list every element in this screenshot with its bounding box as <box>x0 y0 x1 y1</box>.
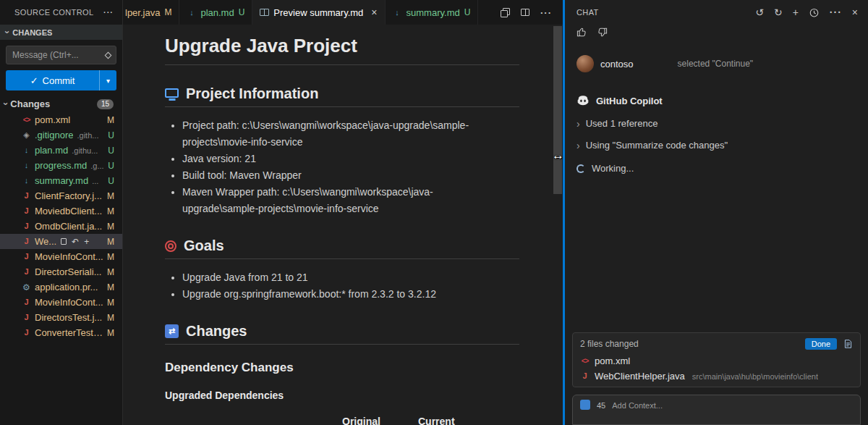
status-badge: M <box>107 313 114 323</box>
undo-icon[interactable]: ↺ <box>755 7 764 17</box>
table-col-original: Original <box>342 416 418 425</box>
goals-list: Upgrade Java from 21 to 21 Upgrade org.s… <box>165 269 506 303</box>
more-actions-icon[interactable]: ··· <box>103 8 114 17</box>
user-message-row: contoso selected "Continue" <box>565 38 868 72</box>
add-context-button[interactable]: Add Context... <box>612 400 663 410</box>
table-header-row: Original Current <box>165 416 522 425</box>
section-label: CHANGES <box>12 28 52 37</box>
file-row[interactable]: JConverterTest.j...M <box>0 325 122 340</box>
feedback-row <box>565 25 868 38</box>
changed-files-list: <>pom.xmlM ◈.gitignore.gith...U ↓plan.md… <box>0 112 122 425</box>
close-tab-icon[interactable]: × <box>371 7 377 18</box>
files-changed-card: 2 files changed Done <> pom.xml J WebCli… <box>572 332 861 387</box>
subsection-upgraded-dependencies: Upgraded Dependencies <box>165 390 522 401</box>
file-row[interactable]: ↓plan.md.githu...U <box>0 143 122 158</box>
close-chat-icon[interactable]: × <box>852 7 858 17</box>
file-row[interactable]: <>pom.xmlM <box>0 112 122 127</box>
java-file-icon: J <box>580 372 590 380</box>
editor-more-actions-icon[interactable]: ··· <box>540 7 552 18</box>
changed-file-row[interactable]: J WebClientHelper.java src\main\java\hu\… <box>579 369 854 384</box>
view-diff-icon[interactable] <box>843 339 853 349</box>
chevron-down-icon: › <box>3 30 12 33</box>
stage-changes-icon[interactable]: + <box>84 237 89 246</box>
status-badge: U <box>239 7 245 17</box>
status-badge: M <box>107 282 114 293</box>
file-row[interactable]: JClientFactory.j...M <box>0 188 122 203</box>
file-row[interactable]: JMoviedbClient...M <box>0 203 122 219</box>
tab-plan-md[interactable]: ↓ plan.md U <box>179 0 252 25</box>
split-editor-icon[interactable] <box>521 9 529 16</box>
markdown-preview: Upgrade Java Project Project Information… <box>123 25 563 425</box>
status-badge: M <box>107 298 114 308</box>
changes-section-header[interactable]: › CHANGES <box>0 25 122 40</box>
doc-title: Upgrade Java Project <box>165 35 519 65</box>
copilot-response-header: GitHub Copilot <box>565 72 868 107</box>
tab-webclienthelper-java[interactable]: lper.java M <box>123 0 179 25</box>
scrollbar-thumb[interactable] <box>553 26 562 194</box>
context-chip-icon[interactable] <box>580 400 590 410</box>
status-badge: M <box>164 7 171 17</box>
open-changes-icon[interactable] <box>501 8 510 17</box>
discard-changes-icon[interactable]: ↶ <box>72 237 79 246</box>
editor-scrollbar[interactable] <box>553 25 563 425</box>
file-row[interactable]: JDirectorsTest.j...M <box>0 310 122 325</box>
status-badge: M <box>107 191 114 201</box>
generate-commit-message-icon[interactable] <box>105 51 112 59</box>
chat-input-box[interactable]: 45 Add Context... <box>572 395 861 425</box>
source-control-panel: SOURCE CONTROL ··· › CHANGES Message (Ct… <box>0 0 123 425</box>
user-name: contoso <box>600 59 634 70</box>
thumbs-up-icon[interactable] <box>576 27 587 38</box>
commit-button[interactable]: ✓ Commit ▾ <box>6 70 116 91</box>
tool-call-expander[interactable]: › Using "Summarize code changes" <box>565 129 868 151</box>
redo-icon[interactable]: ↻ <box>774 7 783 17</box>
status-badge: U <box>464 7 471 17</box>
markdown-file-icon: ↓ <box>22 161 31 169</box>
file-row[interactable]: JDirectorSeriali...M <box>0 264 122 279</box>
status-badge: M <box>107 328 114 338</box>
file-row-selected[interactable]: J We... ↶ + M <box>0 234 122 249</box>
file-row[interactable]: ↓summary.md...U <box>0 173 122 188</box>
target-icon <box>165 240 176 252</box>
commit-message-input[interactable]: Message (Ctrl+... <box>6 46 116 64</box>
status-badge: U <box>108 161 114 171</box>
chat-history-icon[interactable] <box>809 7 820 18</box>
bullet-item: Upgrade org.springframework.boot:* from … <box>182 286 506 303</box>
new-chat-icon[interactable]: + <box>793 7 799 17</box>
file-row[interactable]: ◈.gitignore.gith...U <box>0 127 122 143</box>
status-badge: M <box>107 267 114 277</box>
file-row[interactable]: JMovieInfoCont...M <box>0 249 122 264</box>
java-file-icon: J <box>22 268 31 276</box>
file-row[interactable]: JOmdbClient.ja...M <box>0 219 122 234</box>
check-icon: ✓ <box>30 75 38 86</box>
thumbs-down-icon[interactable] <box>597 27 608 38</box>
subsection-dependency-changes: Dependency Changes <box>165 361 522 375</box>
table-col-current: Current <box>418 416 455 425</box>
reference-count: 45 <box>597 400 605 410</box>
file-row[interactable]: ⚙application.pr...M <box>0 279 122 295</box>
file-row[interactable]: ↓progress.md.g...U <box>0 158 122 173</box>
section-heading-project-information: Project Information <box>165 85 519 107</box>
file-row[interactable]: JMovieInfoCont...M <box>0 295 122 310</box>
tab-preview-summary-md[interactable]: Preview summary.md × <box>252 0 385 25</box>
java-file-icon: J <box>22 329 31 337</box>
markdown-file-icon: ↓ <box>22 177 31 185</box>
chat-more-icon[interactable]: ··· <box>830 7 842 17</box>
chat-panel: CHAT ↺ ↻ + ··· × contoso selected "Conti… <box>565 0 868 425</box>
changes-tree-header[interactable]: › Changes 15 <box>0 96 122 112</box>
monitor-icon <box>165 88 179 98</box>
project-info-list: Project path: c:\Users\wangmi\workspace\… <box>165 117 506 217</box>
xml-file-icon: <> <box>22 117 31 124</box>
markdown-file-icon: ↓ <box>393 9 402 17</box>
bullet-item: Maven Wrapper path: c:\Users\wangmi\work… <box>182 184 506 217</box>
status-badge: M <box>107 237 114 247</box>
tab-summary-md[interactable]: ↓ summary.md U <box>386 0 479 25</box>
panel-title: SOURCE CONTROL <box>14 8 94 17</box>
changed-file-row[interactable]: <> pom.xml <box>579 353 854 369</box>
commit-dropdown-button[interactable]: ▾ <box>100 70 116 91</box>
java-file-icon: J <box>22 222 31 230</box>
working-status: Working... <box>565 151 868 174</box>
open-file-icon[interactable] <box>61 238 67 245</box>
chevron-down-icon: › <box>1 102 11 105</box>
java-file-icon: J <box>22 253 31 261</box>
used-references-expander[interactable]: › Used 1 reference <box>565 107 868 129</box>
